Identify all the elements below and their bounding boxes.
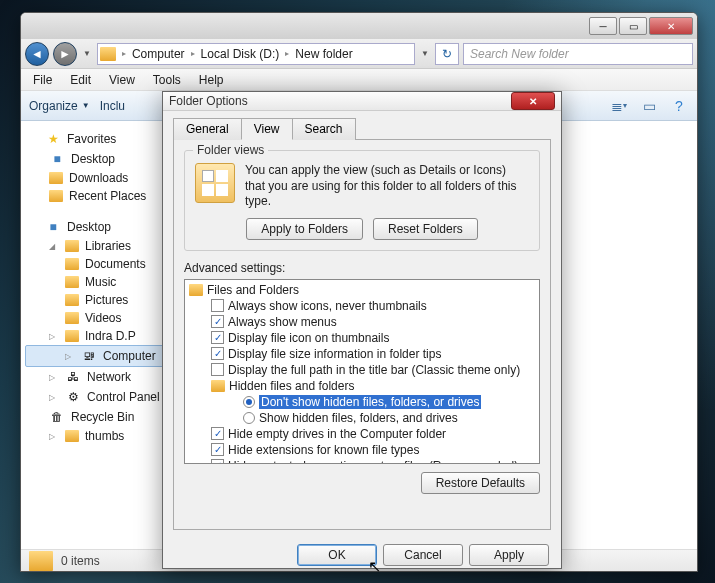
- tree-check-item[interactable]: ✓Hide empty drives in the Computer folde…: [187, 426, 537, 442]
- recycle-bin-icon: 🗑: [49, 409, 65, 425]
- chevron-right-icon[interactable]: ▸: [122, 49, 126, 58]
- desktop-icon: ■: [45, 219, 61, 235]
- videos-icon: [65, 312, 79, 324]
- desktop-header[interactable]: ■ Desktop: [25, 217, 181, 237]
- breadcrumb[interactable]: ▸ Computer ▸ Local Disk (D:) ▸ New folde…: [97, 43, 415, 65]
- folder-views-text: You can apply the view (such as Details …: [245, 163, 529, 210]
- tree-check-item[interactable]: ✓Display file icon on thumbnails: [187, 330, 537, 346]
- favorites-header[interactable]: ★ Favorites: [25, 129, 181, 149]
- tree-folder-root[interactable]: Files and Folders: [187, 282, 537, 298]
- forward-button[interactable]: ►: [53, 42, 77, 66]
- back-button[interactable]: ◄: [25, 42, 49, 66]
- checkbox-icon[interactable]: ✓: [211, 427, 224, 440]
- tree-folder-item[interactable]: Hidden files and folders: [187, 378, 537, 394]
- sidebar-item-user[interactable]: ▷Indra D.P: [25, 327, 181, 345]
- checkbox-icon[interactable]: ✓: [211, 331, 224, 344]
- organize-menu[interactable]: Organize ▼: [29, 99, 90, 113]
- radio-icon[interactable]: [243, 412, 255, 424]
- expand-icon[interactable]: ▷: [49, 432, 59, 441]
- pictures-icon: [65, 294, 79, 306]
- help-icon[interactable]: ?: [669, 97, 689, 115]
- tree-check-item[interactable]: ✓Hide extensions for known file types: [187, 442, 537, 458]
- tree-check-item[interactable]: Display the full path in the title bar (…: [187, 362, 537, 378]
- sidebar-item-recycle-bin[interactable]: 🗑Recycle Bin: [25, 407, 181, 427]
- restore-defaults-button[interactable]: Restore Defaults: [421, 472, 540, 494]
- tree-check-item[interactable]: ✓Always show menus: [187, 314, 537, 330]
- sidebar-item-computer[interactable]: ▷🖳Computer: [25, 345, 181, 367]
- tabs: General View Search: [173, 117, 551, 140]
- expand-icon[interactable]: ▷: [49, 332, 59, 341]
- history-dropdown[interactable]: ▼: [81, 49, 93, 58]
- dialog-title: Folder Options: [169, 94, 511, 108]
- sidebar-item-network[interactable]: ▷🖧Network: [25, 367, 181, 387]
- chevron-right-icon[interactable]: ▸: [191, 49, 195, 58]
- documents-icon: [65, 258, 79, 270]
- sidebar-item-libraries[interactable]: ◢Libraries: [25, 237, 181, 255]
- apply-to-folders-button[interactable]: Apply to Folders: [246, 218, 363, 240]
- libraries-icon: [65, 240, 79, 252]
- folder-icon: [49, 172, 63, 184]
- checkbox-icon[interactable]: [211, 299, 224, 312]
- tree-check-item[interactable]: Always show icons, never thumbnails: [187, 298, 537, 314]
- sidebar-item-control-panel[interactable]: ▷⚙Control Panel: [25, 387, 181, 407]
- cancel-button[interactable]: Cancel: [383, 544, 463, 566]
- sidebar-item-videos[interactable]: Videos: [25, 309, 181, 327]
- tab-view[interactable]: View: [241, 118, 293, 140]
- folder-views-icon: [195, 163, 235, 203]
- group-title: Folder views: [193, 143, 268, 157]
- sidebar-item-recent-places[interactable]: Recent Places: [25, 187, 181, 205]
- breadcrumb-item[interactable]: Computer: [128, 47, 189, 61]
- sidebar-item-pictures[interactable]: Pictures: [25, 291, 181, 309]
- checkbox-icon[interactable]: ✓: [211, 347, 224, 360]
- maximize-button[interactable]: ▭: [619, 17, 647, 35]
- explorer-titlebar[interactable]: ─ ▭ ✕: [21, 13, 697, 39]
- tree-check-item[interactable]: ✓Hide protected operating system files (…: [187, 458, 537, 464]
- expand-icon[interactable]: ▷: [49, 393, 59, 402]
- tree-radio-item[interactable]: Don't show hidden files, folders, or dri…: [187, 394, 537, 410]
- preview-pane-icon[interactable]: ▭: [639, 97, 659, 115]
- reset-folders-button[interactable]: Reset Folders: [373, 218, 478, 240]
- expand-icon[interactable]: ▷: [49, 373, 59, 382]
- user-icon: [65, 330, 79, 342]
- view-options-icon[interactable]: ≣ ▾: [609, 97, 629, 115]
- checkbox-icon[interactable]: ✓: [211, 315, 224, 328]
- menu-view[interactable]: View: [101, 71, 143, 89]
- sidebar-item-music[interactable]: Music: [25, 273, 181, 291]
- sidebar-item-thumbs[interactable]: ▷thumbs: [25, 427, 181, 445]
- menu-tools[interactable]: Tools: [145, 71, 189, 89]
- item-count: 0 items: [61, 554, 100, 568]
- tree-radio-item[interactable]: Show hidden files, folders, and drives: [187, 410, 537, 426]
- menu-help[interactable]: Help: [191, 71, 232, 89]
- expand-icon[interactable]: ▷: [65, 352, 75, 361]
- menu-bar: File Edit View Tools Help: [21, 69, 697, 91]
- tab-search[interactable]: Search: [292, 118, 356, 140]
- include-menu[interactable]: Inclu: [100, 99, 125, 113]
- tree-check-item[interactable]: ✓Display file size information in folder…: [187, 346, 537, 362]
- sidebar-item-documents[interactable]: Documents: [25, 255, 181, 273]
- breadcrumb-item[interactable]: New folder: [291, 47, 356, 61]
- dialog-titlebar[interactable]: Folder Options ✕: [163, 92, 561, 111]
- folder-icon: [100, 47, 116, 61]
- refresh-button[interactable]: ↻: [435, 43, 459, 65]
- tab-general[interactable]: General: [173, 118, 242, 140]
- menu-file[interactable]: File: [25, 71, 60, 89]
- checkbox-icon[interactable]: ✓: [211, 443, 224, 456]
- search-input[interactable]: Search New folder: [463, 43, 693, 65]
- apply-button[interactable]: Apply: [469, 544, 549, 566]
- advanced-settings-tree[interactable]: Files and FoldersAlways show icons, neve…: [184, 279, 540, 464]
- ok-button[interactable]: OK: [297, 544, 377, 566]
- checkbox-icon[interactable]: [211, 363, 224, 376]
- chevron-right-icon[interactable]: ▸: [285, 49, 289, 58]
- close-button[interactable]: ✕: [649, 17, 693, 35]
- dialog-close-button[interactable]: ✕: [511, 92, 555, 110]
- minimize-button[interactable]: ─: [589, 17, 617, 35]
- expand-icon[interactable]: ◢: [49, 242, 59, 251]
- radio-icon[interactable]: [243, 396, 255, 408]
- sidebar-item-downloads[interactable]: Downloads: [25, 169, 181, 187]
- folder-icon: [189, 284, 203, 296]
- sidebar-item-desktop[interactable]: ■Desktop: [25, 149, 181, 169]
- breadcrumb-item[interactable]: Local Disk (D:): [197, 47, 284, 61]
- breadcrumb-dropdown[interactable]: ▼: [419, 49, 431, 58]
- checkbox-icon[interactable]: ✓: [211, 459, 224, 464]
- menu-edit[interactable]: Edit: [62, 71, 99, 89]
